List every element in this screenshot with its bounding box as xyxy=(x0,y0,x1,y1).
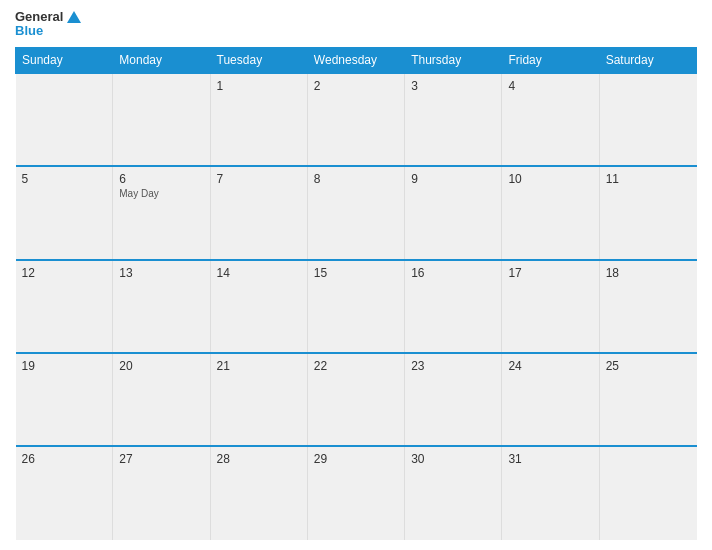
table-cell: 21 xyxy=(210,353,307,446)
header-wednesday: Wednesday xyxy=(307,47,404,73)
table-cell: 26 xyxy=(16,446,113,540)
day-number: 2 xyxy=(314,79,398,93)
day-number: 28 xyxy=(217,452,301,466)
calendar-table: Sunday Monday Tuesday Wednesday Thursday… xyxy=(15,47,697,540)
table-cell: 24 xyxy=(502,353,599,446)
day-number: 22 xyxy=(314,359,398,373)
table-cell: 20 xyxy=(113,353,210,446)
table-cell: 18 xyxy=(599,260,696,353)
day-number: 26 xyxy=(22,452,107,466)
day-number: 18 xyxy=(606,266,691,280)
week-row: 12 13 14 15 16 17 18 xyxy=(16,260,697,353)
day-number: 16 xyxy=(411,266,495,280)
logo-general: General xyxy=(15,10,63,24)
holiday-label: May Day xyxy=(119,188,203,199)
weekday-header-row: Sunday Monday Tuesday Wednesday Thursday… xyxy=(16,47,697,73)
table-cell: 7 xyxy=(210,166,307,259)
header-friday: Friday xyxy=(502,47,599,73)
week-row: 1 2 3 4 xyxy=(16,73,697,166)
week-row: 5 6 May Day 7 8 9 10 11 xyxy=(16,166,697,259)
table-cell: 30 xyxy=(405,446,502,540)
day-number: 17 xyxy=(508,266,592,280)
table-cell: 6 May Day xyxy=(113,166,210,259)
day-number: 6 xyxy=(119,172,203,186)
day-number: 21 xyxy=(217,359,301,373)
table-cell: 22 xyxy=(307,353,404,446)
header-saturday: Saturday xyxy=(599,47,696,73)
header: General Blue xyxy=(15,10,697,39)
table-cell: 27 xyxy=(113,446,210,540)
day-number: 30 xyxy=(411,452,495,466)
day-number: 4 xyxy=(508,79,592,93)
header-sunday: Sunday xyxy=(16,47,113,73)
logo-blue: Blue xyxy=(15,24,43,38)
day-number: 11 xyxy=(606,172,691,186)
header-monday: Monday xyxy=(113,47,210,73)
table-cell: 28 xyxy=(210,446,307,540)
table-cell: 19 xyxy=(16,353,113,446)
header-tuesday: Tuesday xyxy=(210,47,307,73)
day-number: 9 xyxy=(411,172,495,186)
table-cell: 29 xyxy=(307,446,404,540)
table-cell: 5 xyxy=(16,166,113,259)
table-cell xyxy=(16,73,113,166)
table-cell: 25 xyxy=(599,353,696,446)
day-number: 19 xyxy=(22,359,107,373)
day-number: 13 xyxy=(119,266,203,280)
table-cell: 15 xyxy=(307,260,404,353)
day-number: 1 xyxy=(217,79,301,93)
table-cell: 4 xyxy=(502,73,599,166)
table-cell: 14 xyxy=(210,260,307,353)
table-cell: 2 xyxy=(307,73,404,166)
day-number: 25 xyxy=(606,359,691,373)
day-number: 29 xyxy=(314,452,398,466)
table-cell: 10 xyxy=(502,166,599,259)
day-number: 7 xyxy=(217,172,301,186)
table-cell: 23 xyxy=(405,353,502,446)
calendar-page: General Blue Sunday Monday Tuesday Wedne… xyxy=(0,0,712,550)
table-cell: 13 xyxy=(113,260,210,353)
table-cell: 16 xyxy=(405,260,502,353)
table-cell xyxy=(599,446,696,540)
day-number: 8 xyxy=(314,172,398,186)
day-number: 27 xyxy=(119,452,203,466)
table-cell: 1 xyxy=(210,73,307,166)
table-cell: 17 xyxy=(502,260,599,353)
day-number: 20 xyxy=(119,359,203,373)
day-number: 10 xyxy=(508,172,592,186)
day-number: 23 xyxy=(411,359,495,373)
day-number: 14 xyxy=(217,266,301,280)
week-row: 19 20 21 22 23 24 25 xyxy=(16,353,697,446)
table-cell: 9 xyxy=(405,166,502,259)
header-thursday: Thursday xyxy=(405,47,502,73)
table-cell: 8 xyxy=(307,166,404,259)
day-number: 24 xyxy=(508,359,592,373)
table-cell: 31 xyxy=(502,446,599,540)
day-number: 3 xyxy=(411,79,495,93)
day-number: 31 xyxy=(508,452,592,466)
day-number: 5 xyxy=(22,172,107,186)
day-number: 15 xyxy=(314,266,398,280)
logo: General Blue xyxy=(15,10,81,39)
table-cell xyxy=(599,73,696,166)
table-cell: 12 xyxy=(16,260,113,353)
table-cell xyxy=(113,73,210,166)
week-row: 26 27 28 29 30 31 xyxy=(16,446,697,540)
day-number: 12 xyxy=(22,266,107,280)
table-cell: 11 xyxy=(599,166,696,259)
table-cell: 3 xyxy=(405,73,502,166)
